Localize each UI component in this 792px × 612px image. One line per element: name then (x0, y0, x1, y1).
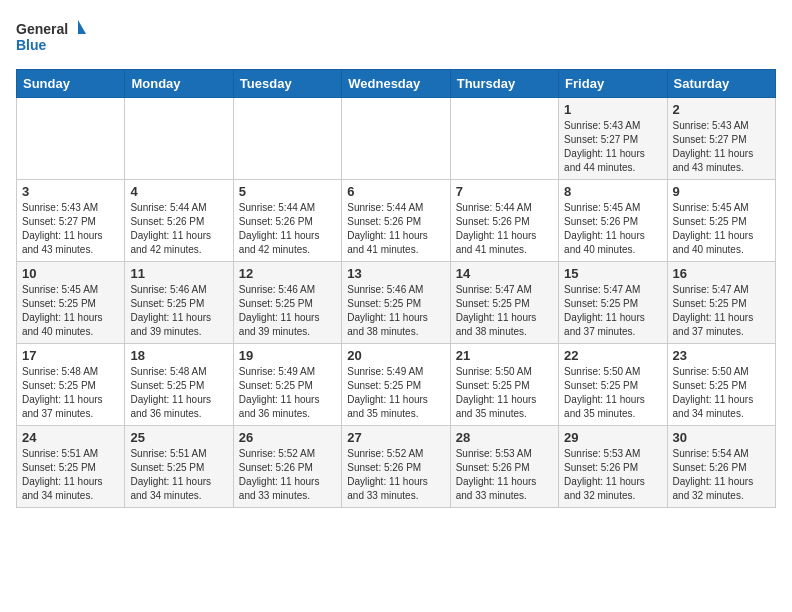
day-info: Sunrise: 5:46 AM Sunset: 5:25 PM Dayligh… (130, 283, 227, 339)
calendar-week-2: 3Sunrise: 5:43 AM Sunset: 5:27 PM Daylig… (17, 180, 776, 262)
weekday-header-thursday: Thursday (450, 70, 558, 98)
calendar-week-1: 1Sunrise: 5:43 AM Sunset: 5:27 PM Daylig… (17, 98, 776, 180)
calendar-cell: 5Sunrise: 5:44 AM Sunset: 5:26 PM Daylig… (233, 180, 341, 262)
day-info: Sunrise: 5:47 AM Sunset: 5:25 PM Dayligh… (564, 283, 661, 339)
day-number: 27 (347, 430, 444, 445)
calendar-cell: 6Sunrise: 5:44 AM Sunset: 5:26 PM Daylig… (342, 180, 450, 262)
day-info: Sunrise: 5:43 AM Sunset: 5:27 PM Dayligh… (673, 119, 770, 175)
calendar-cell (342, 98, 450, 180)
day-info: Sunrise: 5:45 AM Sunset: 5:26 PM Dayligh… (564, 201, 661, 257)
day-number: 11 (130, 266, 227, 281)
day-info: Sunrise: 5:54 AM Sunset: 5:26 PM Dayligh… (673, 447, 770, 503)
day-number: 28 (456, 430, 553, 445)
day-info: Sunrise: 5:45 AM Sunset: 5:25 PM Dayligh… (22, 283, 119, 339)
calendar-cell: 11Sunrise: 5:46 AM Sunset: 5:25 PM Dayli… (125, 262, 233, 344)
svg-marker-2 (78, 20, 86, 34)
day-number: 7 (456, 184, 553, 199)
calendar-cell (233, 98, 341, 180)
day-info: Sunrise: 5:52 AM Sunset: 5:26 PM Dayligh… (239, 447, 336, 503)
calendar-cell: 2Sunrise: 5:43 AM Sunset: 5:27 PM Daylig… (667, 98, 775, 180)
day-number: 16 (673, 266, 770, 281)
day-info: Sunrise: 5:51 AM Sunset: 5:25 PM Dayligh… (130, 447, 227, 503)
calendar-cell: 20Sunrise: 5:49 AM Sunset: 5:25 PM Dayli… (342, 344, 450, 426)
calendar-cell: 21Sunrise: 5:50 AM Sunset: 5:25 PM Dayli… (450, 344, 558, 426)
calendar-cell: 23Sunrise: 5:50 AM Sunset: 5:25 PM Dayli… (667, 344, 775, 426)
svg-text:Blue: Blue (16, 37, 47, 53)
day-number: 21 (456, 348, 553, 363)
day-number: 8 (564, 184, 661, 199)
weekday-header-sunday: Sunday (17, 70, 125, 98)
day-info: Sunrise: 5:47 AM Sunset: 5:25 PM Dayligh… (673, 283, 770, 339)
day-number: 10 (22, 266, 119, 281)
calendar-week-3: 10Sunrise: 5:45 AM Sunset: 5:25 PM Dayli… (17, 262, 776, 344)
day-info: Sunrise: 5:46 AM Sunset: 5:25 PM Dayligh… (347, 283, 444, 339)
day-number: 20 (347, 348, 444, 363)
calendar-cell: 25Sunrise: 5:51 AM Sunset: 5:25 PM Dayli… (125, 426, 233, 508)
calendar-cell: 30Sunrise: 5:54 AM Sunset: 5:26 PM Dayli… (667, 426, 775, 508)
day-info: Sunrise: 5:45 AM Sunset: 5:25 PM Dayligh… (673, 201, 770, 257)
calendar-cell (125, 98, 233, 180)
day-info: Sunrise: 5:43 AM Sunset: 5:27 PM Dayligh… (564, 119, 661, 175)
calendar-cell (450, 98, 558, 180)
day-info: Sunrise: 5:48 AM Sunset: 5:25 PM Dayligh… (22, 365, 119, 421)
logo: General Blue (16, 16, 86, 61)
calendar-cell: 29Sunrise: 5:53 AM Sunset: 5:26 PM Dayli… (559, 426, 667, 508)
day-number: 14 (456, 266, 553, 281)
day-info: Sunrise: 5:43 AM Sunset: 5:27 PM Dayligh… (22, 201, 119, 257)
calendar-cell: 27Sunrise: 5:52 AM Sunset: 5:26 PM Dayli… (342, 426, 450, 508)
calendar-cell: 8Sunrise: 5:45 AM Sunset: 5:26 PM Daylig… (559, 180, 667, 262)
calendar-cell: 24Sunrise: 5:51 AM Sunset: 5:25 PM Dayli… (17, 426, 125, 508)
calendar-cell: 7Sunrise: 5:44 AM Sunset: 5:26 PM Daylig… (450, 180, 558, 262)
weekday-header-saturday: Saturday (667, 70, 775, 98)
weekday-header-tuesday: Tuesday (233, 70, 341, 98)
svg-text:General: General (16, 21, 68, 37)
day-number: 12 (239, 266, 336, 281)
calendar-cell: 10Sunrise: 5:45 AM Sunset: 5:25 PM Dayli… (17, 262, 125, 344)
day-info: Sunrise: 5:50 AM Sunset: 5:25 PM Dayligh… (456, 365, 553, 421)
day-info: Sunrise: 5:47 AM Sunset: 5:25 PM Dayligh… (456, 283, 553, 339)
calendar-cell: 19Sunrise: 5:49 AM Sunset: 5:25 PM Dayli… (233, 344, 341, 426)
day-number: 25 (130, 430, 227, 445)
calendar-cell: 14Sunrise: 5:47 AM Sunset: 5:25 PM Dayli… (450, 262, 558, 344)
calendar-cell: 1Sunrise: 5:43 AM Sunset: 5:27 PM Daylig… (559, 98, 667, 180)
day-number: 2 (673, 102, 770, 117)
day-number: 22 (564, 348, 661, 363)
day-number: 17 (22, 348, 119, 363)
day-number: 18 (130, 348, 227, 363)
day-number: 26 (239, 430, 336, 445)
day-number: 29 (564, 430, 661, 445)
day-info: Sunrise: 5:44 AM Sunset: 5:26 PM Dayligh… (456, 201, 553, 257)
day-info: Sunrise: 5:50 AM Sunset: 5:25 PM Dayligh… (564, 365, 661, 421)
calendar-week-4: 17Sunrise: 5:48 AM Sunset: 5:25 PM Dayli… (17, 344, 776, 426)
calendar-week-5: 24Sunrise: 5:51 AM Sunset: 5:25 PM Dayli… (17, 426, 776, 508)
day-number: 23 (673, 348, 770, 363)
day-number: 13 (347, 266, 444, 281)
calendar-cell: 3Sunrise: 5:43 AM Sunset: 5:27 PM Daylig… (17, 180, 125, 262)
day-info: Sunrise: 5:51 AM Sunset: 5:25 PM Dayligh… (22, 447, 119, 503)
logo-svg: General Blue (16, 16, 86, 61)
day-number: 9 (673, 184, 770, 199)
day-number: 3 (22, 184, 119, 199)
day-info: Sunrise: 5:49 AM Sunset: 5:25 PM Dayligh… (347, 365, 444, 421)
day-number: 6 (347, 184, 444, 199)
calendar-cell (17, 98, 125, 180)
calendar-cell: 12Sunrise: 5:46 AM Sunset: 5:25 PM Dayli… (233, 262, 341, 344)
day-info: Sunrise: 5:44 AM Sunset: 5:26 PM Dayligh… (347, 201, 444, 257)
day-number: 15 (564, 266, 661, 281)
weekday-header-monday: Monday (125, 70, 233, 98)
day-number: 30 (673, 430, 770, 445)
day-number: 4 (130, 184, 227, 199)
calendar-cell: 22Sunrise: 5:50 AM Sunset: 5:25 PM Dayli… (559, 344, 667, 426)
weekday-header-row: SundayMondayTuesdayWednesdayThursdayFrid… (17, 70, 776, 98)
day-info: Sunrise: 5:44 AM Sunset: 5:26 PM Dayligh… (239, 201, 336, 257)
day-number: 19 (239, 348, 336, 363)
day-info: Sunrise: 5:46 AM Sunset: 5:25 PM Dayligh… (239, 283, 336, 339)
calendar-cell: 13Sunrise: 5:46 AM Sunset: 5:25 PM Dayli… (342, 262, 450, 344)
page-header: General Blue (16, 16, 776, 61)
calendar-cell: 16Sunrise: 5:47 AM Sunset: 5:25 PM Dayli… (667, 262, 775, 344)
day-info: Sunrise: 5:53 AM Sunset: 5:26 PM Dayligh… (564, 447, 661, 503)
calendar-cell: 28Sunrise: 5:53 AM Sunset: 5:26 PM Dayli… (450, 426, 558, 508)
calendar-cell: 9Sunrise: 5:45 AM Sunset: 5:25 PM Daylig… (667, 180, 775, 262)
day-info: Sunrise: 5:44 AM Sunset: 5:26 PM Dayligh… (130, 201, 227, 257)
day-info: Sunrise: 5:50 AM Sunset: 5:25 PM Dayligh… (673, 365, 770, 421)
